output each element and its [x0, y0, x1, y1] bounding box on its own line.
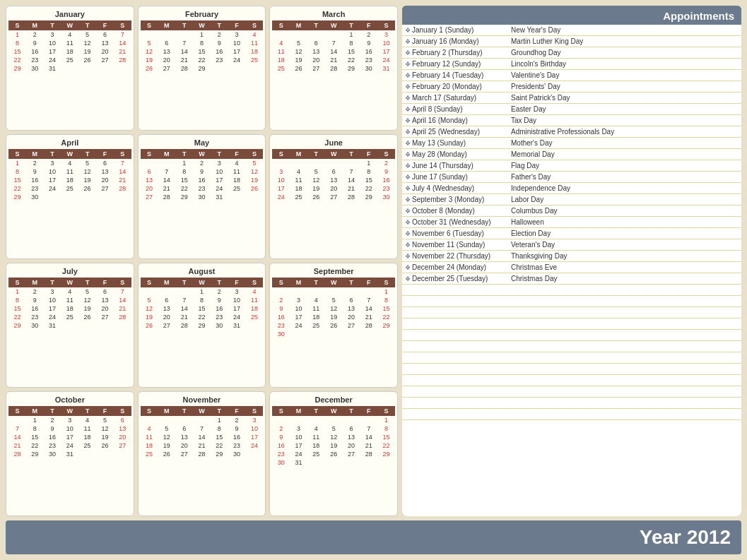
calendar-day	[290, 287, 307, 296]
appointment-icon: ❖	[402, 174, 412, 181]
day-label: S	[377, 406, 395, 416]
calendar-day: 21	[175, 313, 193, 321]
calendar-day: 20	[343, 313, 360, 321]
appointment-row: ❖October 8 (Monday)Columbus Day	[402, 205, 741, 217]
appointment-icon: ❖	[402, 196, 412, 203]
calendar-day: 6	[96, 287, 114, 296]
day-label: T	[78, 149, 96, 159]
calendar-day	[8, 416, 26, 424]
calendar-day: 18	[78, 433, 96, 441]
calendar-day: 26	[325, 321, 343, 330]
calendar-day: 12	[141, 304, 158, 313]
calendar-day: 23	[193, 184, 211, 193]
calendar-day: 29	[8, 321, 26, 330]
calendar-day	[61, 321, 78, 330]
calendar-day: 1	[377, 416, 395, 424]
appointment-row: ❖December 25 (Tuesday)Christmas Day	[402, 273, 741, 285]
calendar-day	[96, 450, 114, 458]
appointment-name: Memorial Day	[511, 150, 741, 158]
calendar-day: 30	[211, 321, 228, 330]
day-label: S	[8, 406, 26, 416]
appointments-panel: Appointments ❖January 1 (Sunday)New Year…	[402, 6, 741, 516]
calendar-month-header: August	[141, 266, 264, 278]
day-label: S	[114, 149, 131, 159]
day-label: T	[175, 149, 193, 159]
calendar-july: JulySMTWTFS12345678910111213141516171819…	[6, 263, 134, 388]
calendar-body: 1234567891011121314151617181920212223242…	[8, 416, 131, 458]
calendar-day: 8	[26, 424, 44, 433]
calendar-day	[290, 416, 307, 424]
calendar-day: 30	[360, 64, 377, 73]
calendar-august: AugustSMTWTFS 12345678910111213141516171…	[138, 263, 266, 388]
appointment-date: November 22 (Thursday)	[412, 252, 511, 260]
calendar-day: 5	[141, 296, 158, 304]
calendar-day	[307, 330, 325, 338]
calendar-september: SeptemberSMTWTFS 12345678910111213141516…	[269, 263, 398, 388]
calendar-day	[114, 64, 131, 73]
calendar-day: 12	[96, 424, 114, 433]
calendar-month-header: December	[272, 394, 395, 406]
calendar-day: 20	[307, 56, 325, 64]
calendar-day: 14	[114, 167, 131, 176]
calendar-day: 27	[343, 450, 360, 458]
calendar-april: AprilSMTWTFS1234567891011121314151617181…	[6, 134, 134, 259]
calendar-day: 21	[158, 184, 175, 193]
calendar-day	[78, 64, 96, 73]
appointment-row: ❖April 8 (Sunday)Easter Day	[402, 104, 741, 115]
calendar-day: 12	[246, 167, 264, 176]
calendar-day: 27	[158, 64, 175, 73]
calendar-day	[228, 193, 246, 201]
calendar-day: 28	[158, 193, 175, 201]
calendar-day: 11	[246, 296, 264, 304]
calendar-day: 15	[377, 433, 395, 441]
calendar-day: 16	[228, 433, 246, 441]
calendar-day: 2	[26, 159, 44, 167]
calendar-day	[343, 330, 360, 338]
appointment-name: Father's Day	[511, 173, 741, 181]
calendar-day	[343, 416, 360, 424]
calendar-day: 10	[44, 296, 61, 304]
day-label: W	[325, 20, 343, 30]
calendar-day: 17	[211, 176, 228, 184]
calendar-day: 28	[193, 450, 211, 458]
appointment-icon: ❖	[402, 83, 412, 90]
calendar-day: 27	[343, 321, 360, 330]
calendar-day: 6	[141, 167, 158, 176]
calendar-day: 15	[377, 304, 395, 313]
day-label: S	[377, 149, 395, 159]
appointment-name: Columbus Day	[511, 207, 741, 215]
calendar-day: 13	[343, 433, 360, 441]
calendar-day: 26	[96, 441, 114, 450]
calendar-day: 8	[8, 39, 26, 47]
calendar-day: 22	[26, 441, 44, 450]
calendar-day: 25	[246, 313, 264, 321]
appointment-row: ❖June 17 (Sunday)Father's Day	[402, 172, 741, 183]
appointment-row: ❖October 31 (Wednesday)Halloween	[402, 217, 741, 228]
calendar-day	[307, 30, 325, 39]
calendar-day: 15	[175, 176, 193, 184]
calendar-day: 30	[272, 458, 290, 467]
appointment-name: Tax Day	[511, 117, 741, 124]
appointment-icon: ❖	[402, 61, 412, 68]
appointment-row	[402, 296, 741, 307]
appointment-name: Christmas Day	[511, 275, 741, 282]
calendar-day: 27	[114, 441, 131, 450]
calendar-day	[377, 330, 395, 338]
day-label: S	[272, 149, 290, 159]
day-label: M	[290, 20, 307, 30]
calendar-day: 14	[360, 304, 377, 313]
calendar-day: 1	[360, 159, 377, 167]
calendar-day: 10	[61, 424, 78, 433]
calendar-day	[325, 416, 343, 424]
day-label: F	[96, 278, 114, 287]
day-label: M	[158, 20, 175, 30]
calendar-day: 8	[377, 296, 395, 304]
calendar-day: 15	[26, 433, 44, 441]
calendar-day: 22	[377, 441, 395, 450]
calendar-day: 9	[377, 167, 395, 176]
day-label: T	[343, 406, 360, 416]
appointment-row: ❖April 16 (Monday)Tax Day	[402, 115, 741, 126]
calendar-day: 26	[307, 193, 325, 201]
calendar-day	[141, 287, 158, 296]
calendar-day: 6	[343, 296, 360, 304]
